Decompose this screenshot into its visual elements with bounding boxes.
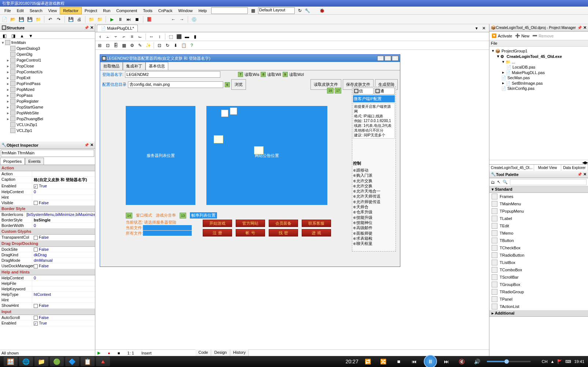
tree-item[interactable]: ▸PopExit <box>1 75 94 81</box>
delphi-icon[interactable]: 🔺 <box>96 357 110 366</box>
tree-tool2-icon[interactable]: ◨ <box>10 32 17 40</box>
tab-design[interactable]: Design <box>211 349 230 357</box>
size3-icon[interactable]: ▬ <box>183 33 191 40</box>
prev-icon[interactable]: ⏮ <box>408 356 420 367</box>
oi-category[interactable]: Action <box>0 165 95 171</box>
next-icon[interactable]: ⏭ <box>441 356 452 367</box>
oi-property-row[interactable]: ShowHintFalse <box>0 303 95 309</box>
refresh-icon[interactable]: ↻ <box>164 42 171 49</box>
close-icon[interactable]: ✕ <box>392 56 398 61</box>
stop-icon[interactable]: ⏹ <box>133 16 141 23</box>
oi-property-row[interactable]: HelpFile <box>0 281 95 286</box>
oi-property-row[interactable]: BorderIcons[biSystemMenu,biMinimize,biMa… <box>0 212 95 217</box>
config-dir-input[interactable] <box>128 81 223 88</box>
tree-tool1-icon[interactable]: ◧ <box>1 32 8 40</box>
folder3-icon[interactable]: 📁 <box>96 16 103 23</box>
server-list-panel[interactable]: 服务器列表位置 <box>126 106 195 205</box>
findpass-button[interactable]: 找 密 <box>269 229 298 236</box>
palette-item[interactable]: TRadioButton <box>489 252 588 259</box>
official-site-button[interactable]: 官方网站 <box>236 220 265 227</box>
menu-help[interactable]: Help <box>195 7 210 14</box>
account-button[interactable]: 帐 号 <box>236 229 265 236</box>
fwd-icon[interactable]: → <box>178 16 185 23</box>
undo-icon[interactable]: ↶ <box>47 16 54 23</box>
save-icon[interactable]: 💾 <box>18 16 25 23</box>
menu-view[interactable]: View <box>45 7 60 14</box>
oi-property-row[interactable]: DragModedmManual <box>0 258 95 263</box>
run-indicator-icon[interactable]: ▶ <box>98 351 100 355</box>
help-icon[interactable]: ? <box>188 42 195 49</box>
pm-group[interactable]: ▾📦ProjectGroup1 <box>491 48 587 54</box>
oi-property-row[interactable]: DragKinddkDrag <box>0 252 95 258</box>
tree-item[interactable]: ▸PopClose <box>1 63 94 69</box>
menu-refactor[interactable]: Refactor <box>60 7 82 14</box>
redo-icon[interactable]: ↷ <box>55 16 62 23</box>
read-wzl-button[interactable]: 读取Wzl <box>289 72 304 77</box>
table-icon[interactable]: ▦ <box>120 42 128 49</box>
step-icon[interactable]: ⏭ <box>125 16 132 23</box>
db-icon[interactable]: 🗄 <box>112 42 120 49</box>
start-game-button[interactable]: 开始游戏 <box>203 220 232 227</box>
close-icon[interactable]: ✕ <box>90 25 93 30</box>
palette-item[interactable]: TGroupBox <box>489 281 588 288</box>
form-tab[interactable]: 拾取物品 <box>100 62 123 70</box>
component-icon[interactable] <box>221 110 228 117</box>
scroll-right-icon[interactable]: ▶ <box>585 160 588 164</box>
category-icon[interactable]: 🗂 <box>491 180 495 184</box>
minimize-icon[interactable]: _ <box>377 56 384 61</box>
remove-button[interactable]: ➖Remove <box>532 33 554 38</box>
palette-item[interactable]: TButton <box>489 237 588 244</box>
book-icon[interactable]: 📕 <box>146 16 153 23</box>
tree-item[interactable]: OpenDialog3 <box>1 45 94 51</box>
palette-item[interactable]: TMemo <box>489 230 588 237</box>
pm-file[interactable]: 📄LocalDB.pas <box>491 65 587 70</box>
oi-property-row[interactable]: Hint <box>0 297 95 303</box>
palette-item[interactable]: TPopupMenu <box>489 208 588 215</box>
tree-item[interactable]: ▸PopMized <box>1 87 94 92</box>
lang-indicator[interactable]: CH <box>542 359 548 364</box>
oi-category[interactable]: Help and Hints <box>0 269 95 275</box>
loop-icon[interactable]: 🔁 <box>362 356 374 367</box>
palette-item[interactable]: TScrollBar <box>489 274 588 281</box>
volume-slider[interactable] <box>487 361 531 362</box>
palette-item[interactable]: TEdit <box>489 222 588 230</box>
tree-root[interactable]: ▾frmMain <box>1 40 94 45</box>
activate-button[interactable]: 🔽Activate <box>492 33 512 38</box>
form-tab[interactable]: 基本信息 <box>146 62 168 70</box>
new-icon[interactable]: 📄 <box>1 16 8 23</box>
tray-icon[interactable]: ▲ <box>551 359 555 364</box>
search-combo[interactable] <box>211 7 248 14</box>
tree-item[interactable]: VCLUnZip1 <box>1 122 94 128</box>
oi-property-row[interactable]: UseDockManagerFalse <box>0 263 95 269</box>
pm-tab[interactable]: Data Explorer <box>561 165 588 171</box>
login-name-input[interactable] <box>125 71 220 78</box>
folder-icon[interactable]: 📁 <box>34 16 42 23</box>
ip-config-panel[interactable]: 🔲信 🔲通 微客户端IP配置 前提要开启客户端资源网 格式: IP.端口,线路 … <box>352 87 396 252</box>
align-left-icon[interactable]: ⫞ <box>96 33 103 40</box>
oi-category[interactable]: Border Style <box>0 206 95 212</box>
tree-item[interactable]: ▸PopWebSite <box>1 110 94 116</box>
menu-edit[interactable]: Edit <box>14 7 27 14</box>
save2-icon[interactable]: 💾 <box>67 16 74 23</box>
copy-icon[interactable]: 📋 <box>180 42 187 49</box>
oi-category[interactable]: Custom Glyphs <box>0 228 95 235</box>
side-tab[interactable]: 🔲通 <box>374 88 395 95</box>
snap-icon[interactable]: ⊡ <box>104 42 111 49</box>
pm-tab[interactable]: Model View <box>534 165 561 171</box>
print-icon[interactable]: 🖨 <box>76 16 83 23</box>
app-icon[interactable]: 🟢 <box>50 357 64 366</box>
read-wis-button[interactable]: 读取Wis <box>245 72 259 77</box>
palette-item[interactable]: TMainMenu <box>489 200 588 208</box>
tree-item[interactable]: ▸PopContactUs <box>1 69 94 75</box>
space-h-icon[interactable]: ↔ <box>148 33 155 40</box>
saveall-icon[interactable]: 💾 <box>26 16 33 23</box>
down-icon[interactable]: ▼ <box>27 32 34 40</box>
tree-item[interactable]: ▸PageControl1 <box>1 57 94 63</box>
pm-tab[interactable]: CreateLoginTool_45_Ol... <box>489 165 534 171</box>
back-icon[interactable]: ← <box>170 16 177 23</box>
oi-property-row[interactable]: HelpTypehtContext <box>0 292 95 297</box>
menu-project[interactable]: Project <box>82 7 100 14</box>
up-icon[interactable]: ▲ <box>18 32 26 40</box>
oi-object-combo[interactable]: frmMain TfrmMain <box>1 150 94 157</box>
menu-tools[interactable]: Tools <box>140 7 155 14</box>
